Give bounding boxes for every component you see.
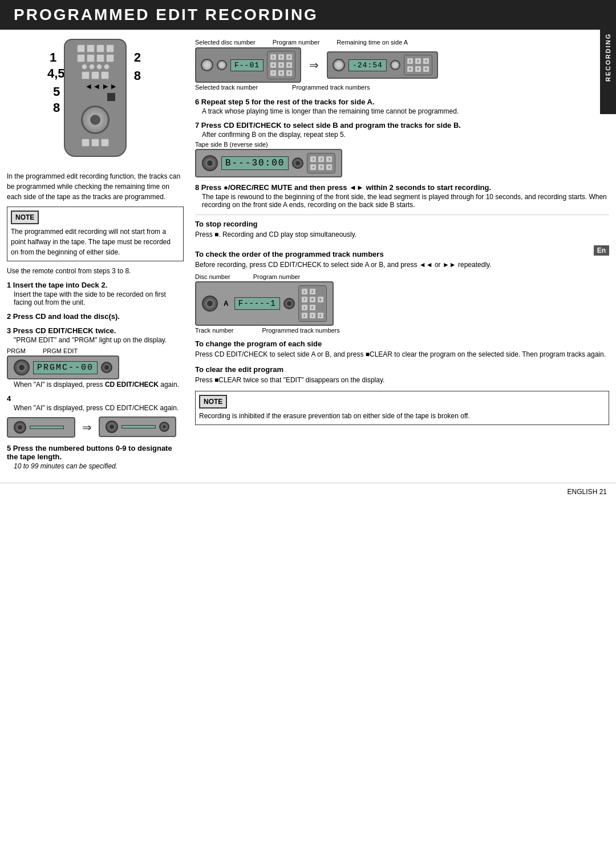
remote-label-2: 2 <box>134 50 141 65</box>
key[interactable]: 5 <box>318 164 325 171</box>
fast-forward-icon: ►► <box>102 82 117 91</box>
key[interactable]: 6 <box>286 62 293 68</box>
keypad-b: 1 2 3 4 5 6 <box>307 153 335 173</box>
track-number-label: Track number <box>195 327 233 334</box>
remote-btn[interactable] <box>101 139 109 147</box>
remote-btn[interactable] <box>96 54 104 62</box>
key[interactable]: 7 <box>270 70 277 76</box>
note-label: NOTE <box>11 211 39 224</box>
remote-btn[interactable] <box>82 139 90 147</box>
program-number-label: Program number <box>273 39 320 46</box>
key[interactable]: 1 <box>407 58 414 64</box>
key[interactable]: 2 <box>278 54 285 60</box>
remote-label-8a: 8 <box>53 100 60 115</box>
remote-btn[interactable] <box>106 45 114 52</box>
to-check-text: Before recording, press CD EDIT/CHECK to… <box>195 260 589 270</box>
key[interactable]: 0 <box>309 304 316 311</box>
key[interactable]: 2 <box>318 156 325 163</box>
remote-btn[interactable] <box>89 64 95 70</box>
step-3-detail: "PRGM EDIT" and "PRGM" light up on the d… <box>7 336 184 344</box>
remote-btn[interactable] <box>87 54 95 62</box>
tape-side-b-label: Tape side B (reverse side) <box>195 141 609 148</box>
lcd-remaining: -24:54 <box>348 59 387 71</box>
key[interactable]: 6 <box>423 66 429 72</box>
prgm-edit-label: PRGM EDIT <box>43 347 78 354</box>
key[interactable]: 5 <box>415 66 422 72</box>
tape-side-display-col <box>99 417 176 438</box>
key[interactable]: 1 <box>310 156 317 163</box>
key[interactable]: 1 <box>301 288 308 295</box>
key[interactable]: 1 <box>309 312 316 319</box>
step-7-display: Tape side B (reverse side) B---30:00 1 2… <box>195 141 609 177</box>
program-number-label2: Program number <box>253 273 301 280</box>
step-5-bold: Press the numbered buttons 0-9 to design… <box>7 444 172 461</box>
key[interactable]: 3 <box>423 58 429 64</box>
remote-btn[interactable] <box>96 64 102 70</box>
page-title: PROGRAMMED EDIT RECORDING <box>0 0 616 30</box>
jog-dial[interactable] <box>81 106 110 134</box>
key[interactable]: 5 <box>278 62 285 68</box>
remote-btn[interactable] <box>77 54 85 62</box>
right-disc-display: -24:54 1 2 3 4 5 6 <box>327 51 438 79</box>
remote-btn[interactable] <box>82 64 87 70</box>
remote-btn[interactable] <box>91 139 99 147</box>
step-6-bold: Repeat step 5 for the rest of the tracks… <box>201 98 375 106</box>
remote-label-37: 1 <box>50 50 56 65</box>
step-2-bold: Press CD and load the disc(s). <box>13 312 120 321</box>
remote-label-45: 4,5 <box>47 66 65 81</box>
programmed-track-label: Programmed track numbers <box>292 84 370 91</box>
stop-button[interactable] <box>107 93 115 101</box>
key[interactable]: 8 <box>278 70 285 76</box>
key[interactable]: 4 <box>407 66 414 72</box>
key[interactable]: 8 <box>309 296 316 303</box>
remote-instruction: Use the remote control from steps 3 to 8… <box>7 266 184 276</box>
key[interactable]: 1 <box>301 312 308 319</box>
remote-btn[interactable] <box>106 54 114 62</box>
note-section: NOTE The programmed edit recording will … <box>7 207 184 261</box>
remote-btn[interactable] <box>104 64 110 70</box>
to-stop-section: To stop recording Press ■. Recording and… <box>195 220 609 240</box>
remote-label-5: 5 <box>53 84 60 99</box>
remote-btn[interactable] <box>77 45 85 52</box>
page-footer: ENGLISH 21 <box>0 483 616 500</box>
key[interactable]: 2 <box>317 312 324 319</box>
step-number: 6 <box>195 98 201 106</box>
key[interactable]: 4 <box>270 62 277 68</box>
step-number: 1 <box>7 281 13 289</box>
step-number: 4 <box>7 394 11 403</box>
key[interactable]: 7 <box>301 296 308 303</box>
key[interactable]: 2 <box>415 58 422 64</box>
remote-btn[interactable] <box>96 45 104 52</box>
key[interactable]: 9 <box>286 70 293 76</box>
key[interactable]: 3 <box>286 54 293 60</box>
remote-btn[interactable] <box>82 71 90 79</box>
lcd-text: PRGMC--00 <box>33 361 98 374</box>
key[interactable]: 9 <box>317 296 324 303</box>
keypad: 1 2 3 4 5 6 7 8 9 <box>267 51 295 79</box>
step-1: 1 Insert the tape into Deck 2. Insert th… <box>7 281 184 306</box>
remote-btn[interactable] <box>101 71 109 79</box>
selected-disc-number-label: Selected disc number <box>195 39 256 46</box>
remote-btn[interactable] <box>87 45 95 52</box>
step-number: 7 <box>195 121 201 130</box>
disc-icon <box>201 59 213 71</box>
dial-inner <box>90 115 100 125</box>
page-number: 21 <box>599 488 607 496</box>
step-7-bold: Press CD EDIT/CHECK to select side B and… <box>201 121 461 130</box>
key[interactable]: 3 <box>326 156 333 163</box>
disc-icon <box>333 59 345 71</box>
to-stop-text: Press ■. Recording and CD play stop simu… <box>195 229 609 240</box>
selected-track-label: Selected track number <box>195 84 258 91</box>
tape-side-display <box>99 417 176 437</box>
step-3-bold: Press CD EDIT/CHECK twice. <box>13 326 116 335</box>
key[interactable]: 1 <box>301 304 308 311</box>
to-clear-header: To clear the edit program <box>195 365 609 374</box>
to-clear-section: To clear the edit program Press ■CLEAR t… <box>195 365 609 385</box>
key[interactable]: 6 <box>326 164 333 171</box>
intro-text: In the programmed edit recording functio… <box>7 171 184 202</box>
step-3-display: PRGM PRGM EDIT PRGMC--00 <box>7 347 184 379</box>
remote-btn[interactable] <box>91 71 99 79</box>
key[interactable]: 2 <box>309 288 316 295</box>
key[interactable]: 4 <box>310 164 317 171</box>
key[interactable]: 1 <box>270 54 277 60</box>
